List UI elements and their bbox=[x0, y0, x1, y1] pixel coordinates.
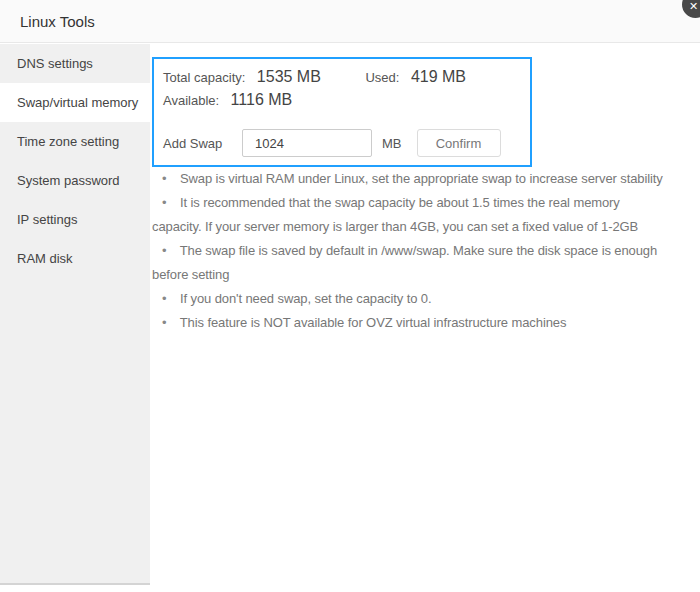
note-item: Swap is virtual RAM under Linux, set the… bbox=[152, 167, 697, 191]
total-capacity-stat: Total capacity: 1535 MB bbox=[163, 66, 361, 89]
dialog-header: Linux Tools bbox=[0, 0, 700, 43]
available-value: 1116 MB bbox=[231, 91, 293, 108]
sidebar: DNS settings Swap/virtual memory Time zo… bbox=[0, 44, 150, 585]
sidebar-item-ram-disk[interactable]: RAM disk bbox=[0, 239, 150, 278]
sidebar-item-system-password[interactable]: System password bbox=[0, 161, 150, 200]
sidebar-item-dns-settings[interactable]: DNS settings bbox=[0, 44, 150, 83]
total-capacity-value: 1535 MB bbox=[257, 68, 321, 85]
confirm-button[interactable]: Confirm bbox=[417, 129, 501, 157]
swap-size-input[interactable] bbox=[242, 129, 372, 157]
sidebar-item-ip-settings[interactable]: IP settings bbox=[0, 200, 150, 239]
add-swap-row: Add Swap MB Confirm bbox=[163, 129, 521, 157]
total-capacity-label: Total capacity: bbox=[163, 70, 245, 85]
sidebar-item-swap-virtual-memory[interactable]: Swap/virtual memory bbox=[0, 83, 150, 122]
add-swap-label: Add Swap bbox=[163, 136, 242, 151]
mb-unit-label: MB bbox=[382, 136, 402, 151]
main-panel: Total capacity: 1535 MB Used: 419 MB Ava… bbox=[150, 44, 700, 592]
stats-row-2: Available: 1116 MB bbox=[163, 89, 521, 112]
used-value: 419 MB bbox=[411, 68, 466, 85]
close-icon: ✕ bbox=[689, 0, 698, 13]
note-item: If you don't need swap, set the capacity… bbox=[152, 287, 697, 311]
dialog-title: Linux Tools bbox=[20, 0, 95, 43]
swap-info-box: Total capacity: 1535 MB Used: 419 MB Ava… bbox=[152, 57, 532, 167]
used-stat: Used: 419 MB bbox=[365, 66, 466, 89]
note-item: The swap file is saved by default in /ww… bbox=[152, 239, 697, 287]
note-item: This feature is NOT available for OVZ vi… bbox=[152, 311, 697, 335]
available-label: Available: bbox=[163, 93, 219, 108]
available-stat: Available: 1116 MB bbox=[163, 89, 292, 112]
note-item: It is recommended that the swap capacity… bbox=[152, 191, 697, 239]
linux-tools-dialog: Linux Tools ✕ DNS settings Swap/virtual … bbox=[0, 0, 700, 592]
notes-list: Swap is virtual RAM under Linux, set the… bbox=[152, 167, 697, 335]
used-label: Used: bbox=[365, 70, 399, 85]
stats-row-1: Total capacity: 1535 MB Used: 419 MB bbox=[163, 66, 521, 89]
sidebar-item-time-zone-setting[interactable]: Time zone setting bbox=[0, 122, 150, 161]
